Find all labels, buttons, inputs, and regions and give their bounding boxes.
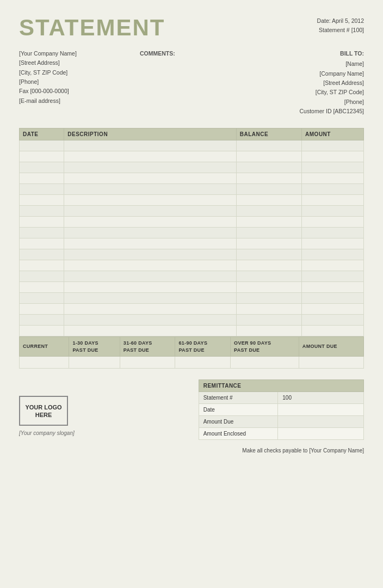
info-section: [Your Company Name] [Street Address] [Ci… <box>19 49 364 116</box>
bill-to-city: [City, ST ZIP Code] <box>233 88 364 97</box>
table-row <box>20 206 364 217</box>
table-cell <box>302 195 364 206</box>
table-cell <box>236 293 301 304</box>
logo-slogan-block: YOUR LOGOHERE [Your company slogan] <box>19 379 174 436</box>
date-label: Date: April 5, 2012 <box>317 17 364 24</box>
table-cell <box>20 173 64 184</box>
aging-header-5: AMOUNT DUE <box>299 337 363 357</box>
table-cell <box>302 260 364 271</box>
company-name: [Your Company Name] <box>19 49 122 58</box>
table-cell <box>236 151 301 162</box>
table-cell <box>64 140 237 151</box>
company-city: [City, ST ZIP Code] <box>19 68 122 77</box>
statement-number: Statement # [100] <box>319 27 364 33</box>
table-cell <box>20 304 64 315</box>
table-cell <box>64 271 237 282</box>
comments-label: COMMENTS: <box>140 49 215 58</box>
table-cell <box>20 271 64 282</box>
remittance-label: Amount Due <box>199 416 278 428</box>
bill-to-street: [Street Address] <box>233 78 364 88</box>
table-cell <box>236 162 301 173</box>
table-cell <box>302 304 364 315</box>
table-cell <box>20 162 64 173</box>
table-row <box>20 228 364 238</box>
table-cell <box>20 238 64 249</box>
bill-to-phone: [Phone] <box>233 97 364 107</box>
table-cell <box>64 326 237 336</box>
table-cell <box>302 315 364 326</box>
table-cell <box>302 238 364 249</box>
remittance-label: Statement # <box>199 392 278 404</box>
col-header-balance: BALANCE <box>236 128 301 140</box>
table-cell <box>236 282 301 293</box>
header: STATEMENT Date: April 5, 2012 Statement … <box>19 16 364 39</box>
aging-header-1: 1-30 DAYSPAST DUE <box>69 337 120 357</box>
table-cell <box>302 206 364 217</box>
table-cell <box>302 271 364 282</box>
aging-cell-31-60 <box>120 357 175 369</box>
table-cell <box>236 315 301 326</box>
aging-header-0: CURRENT <box>20 337 69 357</box>
table-cell <box>236 271 301 282</box>
table-cell <box>236 249 301 260</box>
logo-box: YOUR LOGOHERE <box>19 396 68 426</box>
table-row <box>20 184 364 195</box>
table-cell <box>236 238 301 249</box>
col-header-description: DESCRIPTION <box>64 128 237 140</box>
table-cell <box>302 217 364 228</box>
table-row <box>20 315 364 326</box>
table-cell <box>64 293 237 304</box>
table-row <box>20 293 364 304</box>
table-row <box>20 195 364 206</box>
table-row <box>20 326 364 336</box>
table-cell <box>236 326 301 336</box>
table-cell <box>236 206 301 217</box>
date-info: Date: April 5, 2012 Statement # [100] <box>317 16 364 35</box>
table-row <box>20 162 364 173</box>
remittance-value <box>278 428 364 440</box>
company-street: [Street Address] <box>19 58 122 68</box>
table-cell <box>236 195 301 206</box>
table-cell <box>236 217 301 228</box>
table-cell <box>236 228 301 238</box>
table-row <box>20 151 364 162</box>
table-cell <box>20 217 64 228</box>
table-cell <box>20 315 64 326</box>
remittance-row: Amount Due <box>199 416 363 428</box>
table-cell <box>20 282 64 293</box>
table-cell <box>64 206 237 217</box>
table-cell <box>302 184 364 195</box>
table-cell <box>64 260 237 271</box>
table-row <box>20 282 364 293</box>
remittance-row: Amount Enclosed <box>199 428 363 440</box>
table-cell <box>64 195 237 206</box>
bill-to-block: BILL TO: [Name] [Company Name] [Street A… <box>233 49 364 116</box>
remittance-value <box>278 416 364 428</box>
aging-cell-61-90 <box>175 357 231 369</box>
bill-to-label: BILL TO: <box>233 49 364 58</box>
company-email: [E-mail address] <box>19 96 122 106</box>
table-cell <box>64 238 237 249</box>
table-cell <box>302 173 364 184</box>
table-cell <box>302 151 364 162</box>
table-cell <box>20 249 64 260</box>
table-row <box>20 304 364 315</box>
table-cell <box>64 304 237 315</box>
page: STATEMENT Date: April 5, 2012 Statement … <box>0 0 383 588</box>
remittance-table: REMITTANCE Statement #100DateAmount DueA… <box>199 379 364 440</box>
table-cell <box>302 162 364 173</box>
table-row <box>20 217 364 228</box>
table-cell <box>64 249 237 260</box>
aging-header-4: OVER 90 DAYSPAST DUE <box>231 337 299 357</box>
company-phone: [Phone] <box>19 77 122 87</box>
footer-note: Make all checks payable to [Your Company… <box>199 448 364 454</box>
table-cell <box>20 184 64 195</box>
aging-cell-over-90 <box>231 357 299 369</box>
table-cell <box>64 184 237 195</box>
remittance-value <box>278 404 364 416</box>
table-cell <box>20 260 64 271</box>
aging-table: CURRENT1-30 DAYSPAST DUE31-60 DAYSPAST D… <box>19 336 364 369</box>
table-cell <box>64 217 237 228</box>
remittance-row: Statement #100 <box>199 392 363 404</box>
table-cell <box>302 228 364 238</box>
